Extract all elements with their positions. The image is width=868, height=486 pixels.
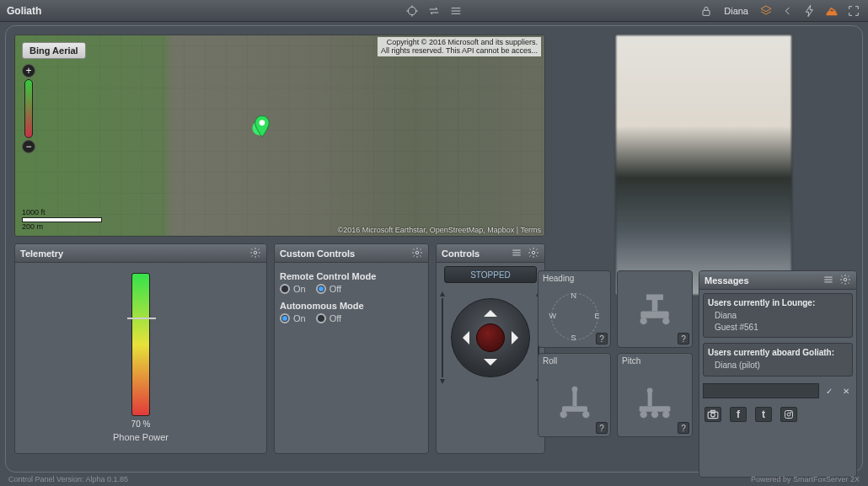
send-button[interactable]: ✓ — [822, 384, 836, 398]
lock-icon[interactable] — [699, 3, 714, 19]
topbar-right-icons: Diana ⛰ — [699, 3, 861, 19]
remote-mode-on[interactable]: On — [280, 284, 306, 294]
pitch-widget: Pitch ? — [617, 353, 693, 437]
topbar-center-icons — [405, 3, 463, 19]
svg-point-31 — [662, 411, 669, 418]
joystick-center[interactable] — [476, 323, 505, 352]
back-icon[interactable] — [780, 3, 796, 19]
chevron-right-icon[interactable] — [512, 331, 525, 344]
zoom-slider[interactable] — [24, 79, 33, 138]
zoom-in-button[interactable]: + — [22, 64, 35, 77]
camera-icon[interactable] — [705, 407, 721, 422]
map-scale-ft: 1000 ft — [22, 208, 102, 216]
pitch-label: Pitch — [618, 354, 692, 368]
list-item: Guest #561 — [708, 322, 848, 334]
controls-status: STOPPED — [444, 266, 537, 283]
gear-icon[interactable] — [411, 247, 423, 260]
app-title: Goliath — [7, 5, 41, 17]
gear-icon[interactable] — [839, 274, 851, 287]
chevron-left-icon[interactable] — [456, 331, 469, 344]
svg-point-20 — [662, 318, 669, 324]
svg-rect-26 — [640, 406, 671, 412]
help-button[interactable]: ? — [596, 333, 608, 344]
svg-point-11 — [415, 251, 419, 254]
fullscreen-icon[interactable] — [846, 3, 861, 19]
autonomous-mode-label: Autonomous Mode — [280, 301, 423, 311]
battery-percent: 70 % — [131, 419, 151, 429]
autonomous-mode-on[interactable]: On — [280, 313, 306, 323]
lounge-users-box: Users currently in Lounge: Diana Guest #… — [703, 293, 853, 338]
svg-point-37 — [711, 413, 715, 417]
message-input[interactable] — [703, 383, 819, 398]
throttle-left-icon[interactable] — [439, 290, 446, 386]
instagram-icon[interactable] — [780, 407, 797, 422]
gear-icon[interactable] — [528, 247, 539, 260]
list-item: Diana (pilot) — [708, 360, 848, 371]
swap-icon[interactable] — [426, 3, 442, 19]
remote-mode-label: Remote Control Mode — [280, 271, 423, 281]
rover-icon — [634, 291, 676, 328]
camera-image — [615, 35, 792, 296]
footer-powered: Powered by SmartFoxServer 2X — [751, 475, 860, 483]
menu-icon[interactable] — [448, 3, 463, 19]
svg-point-28 — [647, 387, 653, 393]
autonomous-mode-off[interactable]: Off — [316, 313, 341, 323]
remote-mode-off[interactable]: Off — [316, 284, 341, 294]
top-bar: Goliath Diana ⛰ — [0, 0, 868, 22]
map-copyright: Copyright © 2016 Microsoft and its suppl… — [378, 37, 541, 56]
battery-gauge — [131, 273, 150, 416]
roll-widget: Roll ? — [538, 353, 611, 437]
facebook-icon[interactable]: f — [730, 407, 747, 422]
footer: Control Panel Version: Alpha 0.1.85 Powe… — [0, 473, 868, 486]
menu-icon[interactable] — [511, 247, 522, 260]
map-marker-icon — [254, 115, 271, 137]
messages-panel: Messages Users currently in Lounge: Dian… — [699, 270, 857, 478]
svg-point-15 — [532, 251, 535, 254]
aboard-users-box: Users currently aboard Goliath: Diana (p… — [703, 343, 853, 377]
chevron-up-icon[interactable] — [484, 303, 497, 317]
telemetry-panel: Telemetry 70 % Phone Power — [14, 243, 267, 454]
help-button[interactable]: ? — [678, 422, 689, 434]
gear-icon[interactable] — [249, 247, 261, 260]
rover-side-icon — [634, 384, 676, 421]
svg-point-40 — [787, 413, 790, 416]
help-button[interactable]: ? — [596, 422, 608, 434]
telemetry-title: Telemetry — [20, 248, 63, 259]
target-icon[interactable] — [405, 3, 420, 19]
menu-icon[interactable] — [822, 274, 834, 287]
heading-widget: Heading N S E W ? — [538, 270, 611, 348]
svg-rect-18 — [646, 295, 663, 301]
svg-point-41 — [790, 412, 791, 413]
map-provider-label[interactable]: Bing Aerial — [22, 42, 86, 59]
map-zoom-controls: + − — [22, 64, 35, 153]
map-scale-m: 200 m — [22, 222, 102, 231]
rover-front-icon — [554, 384, 596, 421]
svg-point-35 — [844, 278, 847, 281]
svg-rect-8 — [703, 10, 710, 15]
map-copyright-line2: All rights reserved. This API cannot be … — [381, 46, 538, 55]
map-attribution: ©2016 Microsoft Earthstar, OpenStreetMap… — [338, 226, 541, 234]
layers-icon[interactable] — [758, 3, 774, 19]
aboard-title: Users currently aboard Goliath: — [708, 348, 848, 357]
svg-point-19 — [640, 318, 647, 324]
svg-rect-21 — [562, 406, 587, 412]
brand-icon[interactable]: ⛰ — [824, 3, 839, 19]
svg-point-10 — [254, 251, 257, 254]
compass-icon: N S E W — [551, 293, 598, 340]
svg-point-29 — [640, 411, 647, 418]
battery-name: Phone Power — [113, 432, 169, 442]
roll-label: Roll — [538, 354, 610, 368]
controls-panel: Controls STOPPED — [436, 243, 545, 454]
map-canvas[interactable] — [15, 35, 544, 236]
map-copyright-line1: Copyright © 2016 Microsoft and its suppl… — [381, 38, 538, 46]
clear-button[interactable]: ✕ — [839, 384, 853, 398]
map-panel: Bing Aerial + − Copyright © 2016 Microso… — [14, 35, 545, 237]
twitter-icon[interactable]: t — [755, 407, 772, 422]
help-button[interactable]: ? — [678, 333, 689, 344]
svg-rect-16 — [640, 312, 668, 318]
battery-level-indicator — [127, 318, 156, 319]
chevron-down-icon[interactable] — [484, 359, 497, 372]
zoom-out-button[interactable]: − — [22, 140, 35, 153]
map-scale: 1000 ft 200 m — [22, 208, 102, 231]
flash-icon[interactable] — [802, 3, 817, 19]
